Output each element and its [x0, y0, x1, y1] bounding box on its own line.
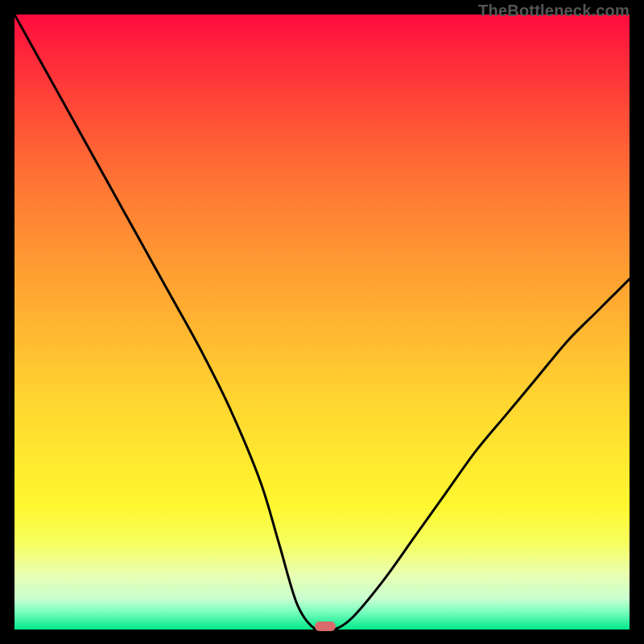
- watermark-text: TheBottleneck.com: [478, 2, 630, 20]
- chart-stage: TheBottleneck.com: [0, 0, 644, 644]
- optimal-point-marker: [315, 621, 336, 631]
- bottleneck-curve: [14, 14, 630, 630]
- plot-area: [14, 14, 630, 630]
- bottleneck-curve-svg: [14, 14, 630, 630]
